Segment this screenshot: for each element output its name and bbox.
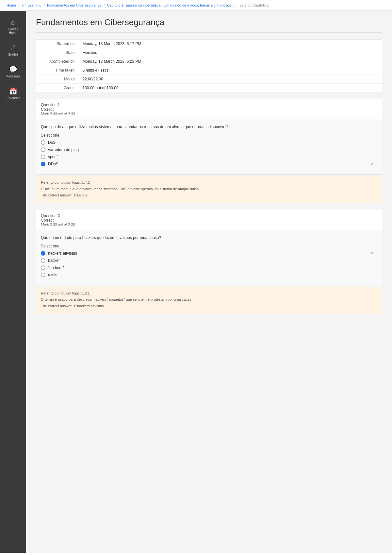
- sidebar-item-messages[interactable]: 💬 Messages: [0, 61, 26, 83]
- question-2-feedback-answer: The correct answer is: hackers ativistas: [41, 303, 377, 309]
- question-2-feedback-topic: Refer to curriculum topic: 1.2.1: [41, 291, 377, 296]
- question-1-radio-3[interactable]: [41, 162, 45, 166]
- calendar-icon: 📅: [9, 87, 17, 95]
- grades-icon: 🖨: [10, 44, 16, 51]
- breadcrumb-sep-2: /: [44, 3, 46, 7]
- question-1-feedback-explanation: DDoS é um ataque que envolve vários sist…: [41, 186, 377, 192]
- breadcrumb-sep-4: /: [233, 3, 235, 7]
- question-2-select-label: Select one:: [41, 244, 377, 248]
- question-2-feedback-explanation: O termo é usado para descrever hackers "…: [41, 297, 377, 303]
- info-row-marks: Marks 22.00/22.00: [36, 75, 382, 84]
- question-1-mark: Mark 2.00 out of 2.00: [41, 112, 377, 116]
- breadcrumb-learning[interactable]: I'm Learning: [22, 3, 41, 7]
- question-1-feedback: Refer to curriculum topic: 1.4.2 DDoS é …: [36, 176, 382, 203]
- page-title: Fundamentos em Cibersegurança: [36, 17, 382, 33]
- question-2-body: Que nome é dado para hackers que fazem i…: [36, 230, 382, 285]
- home-icon: ⌂: [11, 19, 15, 26]
- question-2-option-1-text: hacker: [48, 258, 377, 263]
- info-row-completed: Completed on Monday, 13 March 2023, 6:23…: [36, 57, 382, 66]
- question-1-radio-1[interactable]: [41, 147, 45, 152]
- question-1-header: Question 1 Correct Mark 2.00 out of 2.00: [36, 99, 382, 119]
- main-content: Fundamentos em Cibersegurança Started on…: [26, 11, 392, 553]
- question-2-radio-2[interactable]: [41, 265, 45, 270]
- question-1-option-1-text: varredura de ping: [48, 147, 377, 152]
- question-1-radio-2[interactable]: [41, 155, 45, 159]
- question-2-status: Correct: [41, 218, 377, 223]
- question-2-checkmark: ✓: [370, 250, 374, 256]
- completed-value: Monday, 13 March 2023, 6:23 PM: [79, 57, 382, 66]
- info-row-started: Started on Monday, 13 March 2023, 6:17 P…: [36, 40, 382, 48]
- breadcrumb-chapter[interactable]: Capítulo 1: segurança cibernética - Um m…: [107, 3, 231, 7]
- info-table: Started on Monday, 13 March 2023, 6:17 P…: [36, 39, 382, 92]
- question-2-header: Question 2 Correct Mark 2.00 out of 2.00: [36, 210, 382, 230]
- grade-label: Grade: [36, 84, 79, 92]
- question-2-option-2[interactable]: "do bem": [41, 265, 377, 270]
- started-label: Started on: [36, 40, 79, 48]
- question-1-option-3-text: DDoS: [48, 162, 377, 166]
- question-1-radio-0[interactable]: [41, 140, 45, 145]
- question-1-option-2-text: spoof: [48, 155, 377, 159]
- question-2-option-3[interactable]: azuis: [41, 273, 377, 277]
- messages-icon: 💬: [9, 65, 17, 73]
- sidebar-item-home[interactable]: ⌂ CourseHome: [0, 14, 26, 39]
- breadcrumb-sep-1: /: [18, 3, 20, 7]
- sidebar-grades-label: Grades: [8, 53, 19, 56]
- question-1-option-0-text: DoS: [48, 140, 377, 145]
- breadcrumb-course[interactable]: Fundamentos em Cibersegurança: [47, 3, 101, 7]
- question-2-radio-3[interactable]: [41, 273, 45, 277]
- question-1-status: Correct: [41, 107, 377, 112]
- question-2-feedback: Refer to curriculum topic: 1.2.1 O termo…: [36, 287, 382, 314]
- state-label: State: [36, 48, 79, 57]
- question-1-option-1[interactable]: varredura de ping: [41, 147, 377, 152]
- info-row-time: Time taken 5 mins 47 secs: [36, 66, 382, 75]
- question-2-radio-1[interactable]: [41, 258, 45, 263]
- sidebar-calendar-label: Calendar: [7, 96, 20, 100]
- question-1-feedback-topic: Refer to curriculum topic: 1.4.2: [41, 180, 377, 186]
- question-1-option-0[interactable]: DoS: [41, 140, 377, 145]
- question-1-text: Que tipo de ataque utiliza muitos sistem…: [41, 125, 377, 129]
- marks-label: Marks: [36, 75, 79, 84]
- question-1-feedback-answer: The correct answer is: DDoS: [41, 193, 377, 198]
- sidebar-home-label: CourseHome: [8, 27, 18, 35]
- info-row-state: State Finished: [36, 48, 382, 57]
- question-2-option-3-text: azuis: [48, 273, 377, 277]
- footer: [0, 553, 392, 555]
- info-row-grade: Grade 100.00 out of 100.00: [36, 84, 382, 92]
- question-1-body: Que tipo de ataque utiliza muitos sistem…: [36, 119, 382, 175]
- question-2-option-1[interactable]: hacker: [41, 258, 377, 263]
- grade-value: 100.00 out of 100.00: [79, 84, 382, 92]
- state-value: Finished: [79, 48, 382, 57]
- question-1-option-3[interactable]: DDoS ✓: [41, 162, 377, 166]
- question-2-option-0[interactable]: hackers ativistas ✓: [41, 251, 377, 256]
- question-2-radio-0[interactable]: [41, 251, 45, 256]
- question-2-option-2-text: "do bem": [48, 265, 377, 270]
- time-label: Time taken: [36, 66, 79, 75]
- question-1-select-label: Select one:: [41, 133, 377, 138]
- sidebar-item-calendar[interactable]: 📅 Calendar: [0, 83, 26, 105]
- sidebar-messages-label: Messages: [6, 75, 21, 78]
- time-value: 5 mins 47 secs: [79, 66, 382, 75]
- question-2-option-0-text: hackers ativistas: [48, 251, 377, 256]
- sidebar: ⌂ CourseHome 🖨 Grades 💬 Messages 📅 Calen…: [0, 11, 26, 553]
- question-1-number: Question 1: [41, 103, 377, 107]
- completed-label: Completed on: [36, 57, 79, 66]
- sidebar-item-grades[interactable]: 🖨 Grades: [0, 39, 26, 61]
- marks-value: 22.00/22.00: [79, 75, 382, 84]
- started-value: Monday, 13 March 2023, 6:17 PM: [79, 40, 382, 48]
- breadcrumb-home[interactable]: Home: [7, 3, 16, 7]
- question-2-text: Que nome é dado para hackers que fazem i…: [41, 235, 377, 240]
- question-2-number: Question 2: [41, 213, 377, 218]
- breadcrumb-sep-3: /: [104, 3, 106, 7]
- breadcrumb: Home / I'm Learning / Fundamentos em Cib…: [0, 0, 392, 11]
- question-1-option-2[interactable]: spoof: [41, 155, 377, 159]
- question-2-mark: Mark 2.00 out of 2.00: [41, 223, 377, 227]
- breadcrumb-current: Teste do Capítulo 1: [238, 3, 269, 7]
- question-1-checkmark: ✓: [370, 161, 374, 167]
